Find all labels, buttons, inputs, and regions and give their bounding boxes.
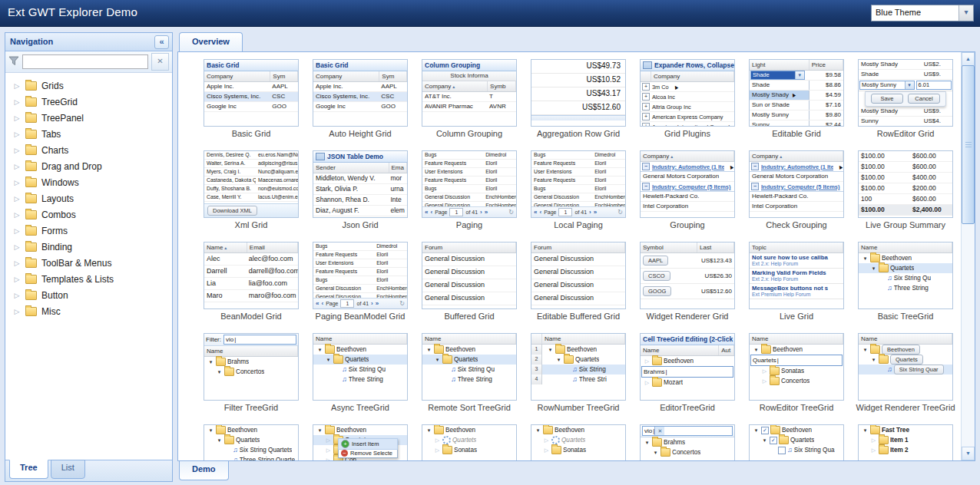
checkbox[interactable]: ✓ xyxy=(770,437,777,444)
sidebar-item-tabs[interactable]: ▷Tabs xyxy=(5,126,172,142)
sidebar-item-templates-lists[interactable]: ▷Templates & Lists xyxy=(5,271,172,287)
tab-list[interactable]: List xyxy=(51,460,85,479)
sidebar-item-binding[interactable]: ▷Binding xyxy=(5,239,172,255)
sidebar-item-grids[interactable]: ▷Grids xyxy=(5,78,172,94)
demo-thumbnail-cell: ▾Beethoven▷Quartets▷Sonatas xyxy=(415,424,524,460)
demo-thumbnail-tree-demo-30[interactable]: ▾Beethoven▷Quartets▷Son▷Con+Insert Item−… xyxy=(313,424,408,460)
demo-thumbnail-roweditor-treegrid[interactable]: Name▾BeethovenQuartets|▷Sonatas▷Concerto… xyxy=(749,333,844,401)
sidebar-item-label: TreeGrid xyxy=(41,97,78,107)
demo-thumbnail-xml-grid[interactable]: Dennis, Desiree Q.eu.eros.Nam@NullamWalt… xyxy=(204,150,299,218)
demo-thumbnail-widget-renderer-grid[interactable]: SymbolLastAAPLUS$123.43CSCOUS$26.30GOOGU… xyxy=(640,242,735,309)
demo-thumbnail-grouping[interactable]: Company▴−Industry: Automotive (1 Item)▲G… xyxy=(640,150,735,218)
clear-filter-button[interactable]: ✕ xyxy=(151,53,169,71)
tree-node-label: Beethoven xyxy=(782,427,812,434)
demo-thumbnail-rownumber-treegrid[interactable]: Name1▾Beethoven2▾Quartets3♫Six String4♫T… xyxy=(531,333,626,401)
menu-item[interactable]: +Insert Item xyxy=(339,439,397,449)
collapse-panel-button[interactable]: « xyxy=(154,35,169,49)
preview-element: vio xyxy=(644,427,652,434)
sidebar-item-drag-and-drop[interactable]: ▷Drag and Drop xyxy=(5,158,172,174)
first-page-icon: « xyxy=(425,209,428,216)
demo-thumbnail-async-treegrid[interactable]: Name▾Beethoven▾Quartets♫Six String Qu♫Th… xyxy=(313,333,408,401)
sidebar-tabbar: Tree List xyxy=(5,460,172,481)
demo-thumbnail-editable-grid[interactable]: LightPriceShade▾$9.58Shade$8.86Mostly Sh… xyxy=(749,59,844,127)
cell: eu.eros.Nam@Nullam xyxy=(256,151,298,159)
chevron-down-icon[interactable]: ▾ xyxy=(958,5,973,21)
demo-thumbnail-local-paging[interactable]: BugsDimedrolFeature RequestsElorilUser E… xyxy=(531,150,626,218)
vertical-scrollbar[interactable]: ▲ ▼ xyxy=(961,52,975,460)
checkbox[interactable] xyxy=(778,447,786,454)
sidebar-item-button[interactable]: ▷Button xyxy=(5,287,172,303)
demo-thumbnail-tree-demo-33[interactable]: vio|✕▾Brahms▾Concertos xyxy=(640,424,735,460)
demo-thumbnail-editable-buffered-grid[interactable]: ForumGeneral DiscussionGeneral Discussio… xyxy=(531,242,626,309)
demo-thumbnail-roweditor-grid[interactable]: Mostly ShadyUS$2.ShadeUS$9.Mostly Sunny▾… xyxy=(858,59,953,127)
column-header: Forum xyxy=(422,242,516,252)
preview-row: Feature RequestsEloril xyxy=(531,177,625,185)
demo-thumbnail-paging[interactable]: BugsDimedrolFeature RequestsElorilUser E… xyxy=(422,150,517,218)
demo-thumbnail-grid-plugins[interactable]: Expander Rows, Collapse and FCompany+3m … xyxy=(640,59,735,127)
demo-thumbnail-basic-treegrid[interactable]: Name▾Beethoven▾Quartets♫Six String Qu♫Th… xyxy=(858,242,953,309)
sidebar-item-treegrid[interactable]: ▷TreeGrid xyxy=(5,94,172,110)
demo-thumbnail-json-grid[interactable]: JSON Table DemoSenderEmaMiddleton, Wendy… xyxy=(313,150,408,218)
demo-thumbnail-tree-demo-34[interactable]: ▾✓Beethoven▾✓Quartets♫Six String Qua xyxy=(749,424,844,460)
demo-thumbnail-paging-beanmodel-grid[interactable]: BugsDimedrolFeature RequestsElorilUser E… xyxy=(313,242,408,309)
menu-item[interactable]: −Remove Selecte xyxy=(339,449,397,457)
checkbox[interactable]: ✓ xyxy=(761,427,769,434)
sidebar-item-treepanel[interactable]: ▷TreePanel xyxy=(5,110,172,126)
preview-element: Industry: Computer (5 Items) xyxy=(652,183,731,190)
sidebar-item-forms[interactable]: ▷Forms xyxy=(5,223,172,239)
inline-edit-input: Brahms| xyxy=(641,366,733,378)
preview-element: Brahms xyxy=(644,368,665,375)
demo-thumbnail-check-grouping[interactable]: Company▴−Industry: Automotive (1 Item▲Ge… xyxy=(749,150,844,218)
theme-select[interactable]: Blue Theme ▾ xyxy=(871,5,974,21)
sidebar-item-charts[interactable]: ▷Charts xyxy=(5,142,172,158)
demo-thumbnail-live-grid[interactable]: TopicNot sure how to use callbaExt 2.x: … xyxy=(749,242,844,309)
demo-thumbnail-buffered-grid[interactable]: ForumGeneral DiscussionGeneral Discussio… xyxy=(422,242,517,309)
sidebar-item-layouts[interactable]: ▷Layouts xyxy=(5,190,172,206)
demo-thumbnail-filter-treegrid[interactable]: Filter:vio|Name▾Brahms▾Concertos xyxy=(204,333,299,401)
preview-editor-row: Mostly Sunny▾6.01 xyxy=(859,80,952,91)
preview-column-headers: Topic xyxy=(750,242,843,253)
demo-thumbnail-column-grouping[interactable]: Column GroupingStock InformaCompany▴Symb… xyxy=(422,59,517,127)
sidebar-item-combos[interactable]: ▷Combos xyxy=(5,206,172,223)
demo-thumbnail-tree-demo-32[interactable]: ▾Beethoven▷Quartets▷Sonatas xyxy=(531,424,626,460)
thumbnail-caption: Live Grid xyxy=(780,312,813,321)
tab-overview[interactable]: Overview xyxy=(179,32,243,52)
sidebar-item-toolbar-menus[interactable]: ▷ToolBar & Menus xyxy=(5,255,172,271)
tab-demo[interactable]: Demo xyxy=(179,461,229,480)
demo-thumbnail-tree-demo-29[interactable]: ▾Beethoven▾Quartets♫Six String Quartets♫… xyxy=(204,424,299,460)
preview-tree-row: ▾Quartets xyxy=(313,355,407,365)
demo-thumbnail-remote-sort-treegrid[interactable]: Name▾Beethoven▾Quartets♫Six String Qu♫Th… xyxy=(422,333,517,401)
preview-row: +Altria Group Inc xyxy=(641,102,734,112)
demo-thumbnail-beanmodel-grid[interactable]: Name▴EmailAlecalec@foo.comDarrelldarrell… xyxy=(204,242,299,309)
demo-thumbnail-auto-height-grid[interactable]: Basic GridCompanySymApple Inc.AAPLCisco … xyxy=(313,59,408,127)
folder-icon xyxy=(333,355,343,364)
demo-thumbnail-widget-renderer-treegrid[interactable]: Name▾Beethoven▾Quartets♫Six String Quar xyxy=(858,333,953,401)
preview-row: Sun or Shade$7.16 xyxy=(750,101,843,111)
preview-row: Feature RequestsEloril xyxy=(422,177,516,185)
thumbnail-caption: Auto Height Grid xyxy=(329,129,391,138)
scroll-up-icon[interactable]: ▲ xyxy=(962,52,975,66)
music-note-icon: ♫ xyxy=(342,376,347,383)
demo-thumbnail-live-group-summary[interactable]: $100.00$600.00$100.00$600.00$100.00$400.… xyxy=(858,150,953,218)
demo-thumbnail-aggregation-row-grid[interactable]: US$49.73US$10.52US$43.17US$512.60 xyxy=(531,59,626,127)
thumbnail-caption: Aggregation Row Grid xyxy=(537,129,620,138)
filter-input[interactable] xyxy=(22,54,148,69)
column-header: Company▴ xyxy=(641,151,734,161)
preview-row: Shannon, Rhea D.Inte xyxy=(313,195,407,206)
demo-thumbnail-editortreegrid[interactable]: Cell TreeGrid Editing (2-ClickNameAut▷Be… xyxy=(640,333,735,401)
tree-expanded-icon: ▾ xyxy=(425,347,432,353)
thumbnail-caption: Remote Sort TreeGrid xyxy=(428,403,511,412)
demo-thumbnail-tree-demo-31[interactable]: ▾Beethoven▷Quartets▷Sonatas xyxy=(422,424,517,460)
tree-node-label: Three String xyxy=(349,376,383,383)
tab-tree[interactable]: Tree xyxy=(9,460,48,479)
sidebar-item-windows[interactable]: ▷Windows xyxy=(5,174,172,190)
cell: T xyxy=(487,92,516,101)
panel-title: Navigation xyxy=(10,37,53,46)
scroll-down-icon[interactable]: ▼ xyxy=(962,447,975,460)
preview-tree-row: ▷Item 1 xyxy=(859,435,952,445)
sidebar-item-misc[interactable]: ▷Misc xyxy=(5,303,172,319)
preview-row: Intel Corporation xyxy=(641,202,734,212)
demo-thumbnail-tree-demo-35[interactable]: ▾Fast Tree▷Item 1▷Item 2 xyxy=(858,424,953,460)
scrollbar-thumb[interactable] xyxy=(962,65,975,224)
demo-thumbnail-basic-grid[interactable]: Basic GridCompanySymApple Inc.AAPLCisco … xyxy=(204,59,299,127)
